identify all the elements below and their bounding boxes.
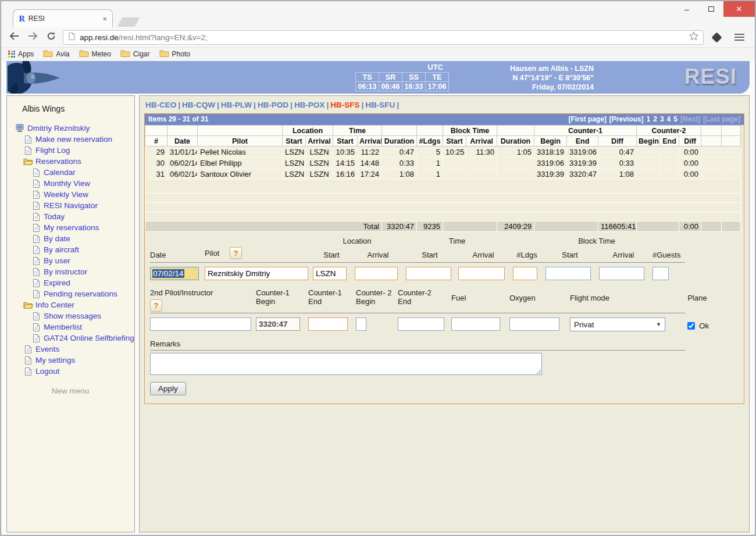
sidebar-item-flight-log[interactable]: Flight Log (23, 145, 134, 156)
sidebar-item-weekly-view[interactable]: Weekly View (31, 189, 134, 200)
counter1-begin-input[interactable] (256, 317, 300, 331)
sidebar-item-resi-navigator[interactable]: RESI Navigator (31, 200, 134, 211)
page-link-5[interactable]: 5 (673, 115, 677, 123)
table-cell: 16:16 (333, 169, 358, 180)
bookmark-star-icon[interactable] (689, 31, 698, 43)
date-input[interactable]: 07/02/14 (150, 267, 199, 280)
loc-arrival-input[interactable] (355, 267, 398, 280)
time-arrival-input[interactable] (458, 267, 505, 280)
aircraft-tab-hb-ceo[interactable]: HB-CEO (145, 101, 176, 109)
sidebar-item-my-settings[interactable]: My settings (23, 355, 134, 366)
sidebar-item-gat24-online-selfbriefing[interactable]: GAT24 Online Selfbriefing (31, 333, 134, 344)
column-group-header: Counter-1 (534, 126, 637, 136)
browser-tab[interactable]: R RESI × (13, 9, 113, 27)
table-cell: 31 (145, 169, 167, 180)
second-pilot-input[interactable] (150, 317, 251, 331)
bookmark-folder-meteo[interactable]: Meteo (79, 49, 111, 59)
pilot-help-button[interactable]: ? (230, 247, 242, 259)
tab-separator: | (324, 101, 330, 109)
flight-mode-select[interactable]: Privat ▼ (570, 317, 665, 331)
doc-icon (31, 201, 41, 210)
sidebar-item-logout[interactable]: Logout (23, 366, 134, 377)
utc-label: UTC (355, 63, 449, 72)
close-button[interactable]: ✕ (723, 1, 755, 17)
sidebar-item-calendar[interactable]: Calendar (31, 167, 134, 178)
table-cell: 1:05 (497, 146, 534, 158)
sidebar-item-memberlist[interactable]: Memberlist (31, 321, 134, 333)
folder-icon (23, 158, 33, 165)
bookmark-folder-cigar[interactable]: Cigar (120, 49, 150, 59)
sidebar-item-by-user[interactable]: By user (31, 255, 134, 266)
aircraft-tab-hb-pod[interactable]: HB-POD (258, 101, 288, 109)
counter2-end-input[interactable] (398, 317, 444, 331)
bookmark-folder-photo[interactable]: Photo (159, 49, 190, 59)
reload-button[interactable] (44, 31, 58, 43)
tab-close-icon[interactable]: × (102, 15, 107, 23)
sidebar-item-pending-reservations[interactable]: Pending reservations (31, 288, 134, 299)
block-start-input[interactable] (545, 267, 591, 280)
apps-grid-icon (8, 51, 15, 58)
remarks-textarea[interactable] (150, 353, 542, 375)
maximize-button[interactable] (699, 1, 723, 17)
folder-icon (23, 301, 33, 309)
table-cell: LSZN (283, 169, 306, 180)
page-link-2[interactable]: 2 (653, 115, 657, 123)
back-button[interactable] (7, 32, 21, 42)
extension-icon[interactable] (711, 32, 722, 42)
sidebar-item-label: Memberlist (44, 323, 82, 331)
sidebar-item-by-instructor[interactable]: By instructor (31, 266, 134, 277)
table-row[interactable]: 3106/02/14Santoux OlivierLSZNLSZN16:1617… (145, 169, 741, 180)
sidebar-item-reservations[interactable]: Reservations (23, 156, 134, 167)
table-row[interactable]: 3006/02/14Elbel PhilippLSZNLSZN14:1514:4… (145, 158, 741, 169)
ok-checkbox[interactable] (687, 322, 695, 330)
second-pilot-help-button[interactable]: ? (150, 299, 162, 312)
counter2-begin-input[interactable] (356, 317, 366, 331)
sidebar-item-today[interactable]: Today (31, 211, 134, 222)
sidebar-item-label: By instructor (44, 267, 87, 276)
menu-icon[interactable] (734, 34, 744, 41)
url-host: app.resi.de (80, 33, 119, 42)
bookmark-folder-avia[interactable]: Avia (43, 49, 69, 59)
sidebar-item-monthly-view[interactable]: Monthly View (31, 178, 134, 189)
sidebar-item-by-aircraft[interactable]: By aircraft (31, 244, 134, 255)
table-cell: 0:33 (598, 158, 637, 169)
page-link-4[interactable]: 4 (667, 115, 671, 123)
oxygen-input[interactable] (509, 317, 559, 331)
new-menu-link[interactable]: New menu (15, 387, 126, 395)
block-arrival-input[interactable] (599, 267, 644, 280)
sidebar-item-info-center[interactable]: Info Center (23, 299, 134, 310)
counter1-end-input[interactable] (308, 317, 348, 331)
fuel-input[interactable] (451, 317, 500, 331)
page-link-previous[interactable]: [Previous] (609, 115, 644, 123)
second-pilot-label: 2nd Pilot/Instructor ? (150, 288, 251, 312)
ldgs-input[interactable] (513, 267, 537, 280)
guests-input[interactable] (652, 267, 669, 280)
aircraft-tab-hb-plw[interactable]: HB-PLW (221, 101, 252, 109)
sidebar-item-show-messages[interactable]: Show messages (31, 310, 134, 321)
apply-button[interactable]: Apply (150, 382, 186, 395)
apps-shortcut[interactable]: Apps (8, 50, 34, 58)
sidebar-item-my-reservations[interactable]: My reservations (31, 222, 134, 233)
sidebar-item-events[interactable]: Events (23, 344, 134, 355)
aircraft-tab-hb-sfs[interactable]: HB-SFS (330, 101, 359, 109)
minimize-button[interactable]: – (675, 1, 699, 17)
page-link-3[interactable]: 3 (660, 115, 664, 123)
page-link-first-page[interactable]: [First page] (569, 115, 607, 123)
pilot-input[interactable] (205, 267, 308, 280)
aircraft-tab-hb-sfu[interactable]: HB-SFU (365, 101, 395, 109)
page-link-1[interactable]: 1 (647, 115, 651, 123)
sidebar-item-dmitriy-reznitskiy[interactable]: Dmitriy Reznitskiy (15, 123, 134, 134)
aircraft-tab-hb-pox[interactable]: HB-POX (294, 101, 325, 109)
time-start-input[interactable] (406, 267, 451, 280)
table-cell: 30 (145, 158, 167, 169)
loc-start-input[interactable] (313, 267, 347, 280)
sidebar-item-expired[interactable]: Expired (31, 277, 134, 288)
forward-button[interactable] (26, 32, 40, 42)
new-tab-button[interactable] (117, 17, 140, 27)
pilot-label-text: Pilot (205, 249, 219, 258)
sidebar-item-by-date[interactable]: By date (31, 233, 134, 244)
url-bar[interactable]: app.resi.de/resi.html?lang=EN;&v=2; (63, 30, 704, 45)
table-row[interactable]: 2931/01/14Pellet NicolasLSZNLSZN10:3511:… (145, 146, 741, 158)
aircraft-tab-hb-cqw[interactable]: HB-CQW (182, 101, 215, 109)
sidebar-item-make-new-reservation[interactable]: Make new reservation (23, 134, 134, 145)
